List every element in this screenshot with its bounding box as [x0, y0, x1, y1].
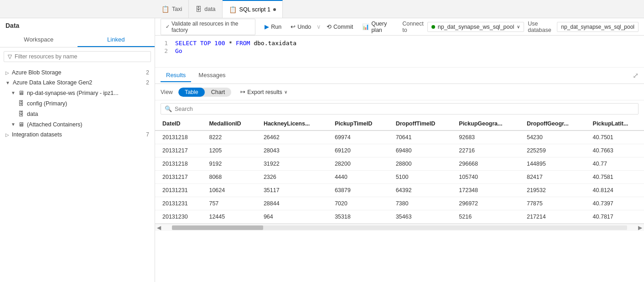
undo-icon: ↩: [291, 23, 296, 30]
search-input[interactable]: [175, 106, 634, 112]
tree-arrow-np: ▼: [11, 90, 16, 95]
view-table-btn[interactable]: Table: [178, 88, 205, 97]
table-cell: 69974: [327, 131, 389, 144]
filter-input[interactable]: [15, 53, 147, 60]
tree-count-dl: 2: [146, 79, 149, 86]
results-toolbar: View Table Chart ↦ Export results ∨: [155, 84, 644, 100]
undo-button[interactable]: ↩ Undo: [287, 22, 315, 31]
results-tab-messages[interactable]: Messages: [193, 69, 231, 82]
tree-label-attached: (Attached Containers): [27, 121, 149, 128]
table-cell: 20131218: [155, 131, 202, 144]
tree-item-azure-blob[interactable]: ▷ Azure Blob Storage 2: [0, 68, 155, 78]
tree-item-np-dat[interactable]: ▼ 🖥 np-dat-synapse-ws (Primary - ipz1...: [0, 88, 155, 98]
scroll-track[interactable]: [172, 225, 627, 230]
col-hackney: HackneyLicens...: [256, 117, 327, 131]
pool-name: np_dat_synapse_ws_sql_pool: [438, 24, 514, 30]
tab-taxi-label: Taxi: [172, 6, 182, 12]
db-icon-config: 🗄: [18, 100, 24, 107]
export-button[interactable]: ↦ Export results ∨: [237, 88, 291, 96]
horizontal-scrollbar[interactable]: ◀ ▶: [155, 224, 644, 231]
table-cell: 757: [202, 197, 256, 210]
table-cell: 22716: [452, 144, 519, 157]
sidebar-tab-linked[interactable]: Linked: [78, 33, 155, 47]
sql-content-2: Go: [175, 47, 182, 54]
line-num-1: 1: [161, 40, 168, 47]
table-cell: 35117: [256, 184, 327, 197]
use-db-label: Use database: [528, 21, 553, 33]
dropdown-chevron: ∨: [517, 24, 520, 29]
results-tab-bar: Results Messages ⤢: [155, 68, 644, 84]
export-label: Export results: [247, 89, 282, 95]
table-cell: 8068: [202, 171, 256, 184]
table-cell: 40.7663: [586, 144, 644, 157]
table-cell: 225259: [519, 144, 586, 157]
expand-icon[interactable]: ⤢: [633, 71, 639, 80]
table-cell: 28800: [389, 157, 452, 171]
sidebar-tree: ▷ Azure Blob Storage 2 ▼ Azure Data Lake…: [0, 66, 155, 282]
data-tab-icon: 🗄: [195, 5, 202, 13]
tab-data-label: data: [204, 6, 215, 12]
query-plan-button[interactable]: 📊 Query plan: [358, 19, 400, 35]
sidebar-tab-workspace[interactable]: Workspace: [0, 33, 78, 47]
table-body: 201312188222264626997470641926835423040.…: [155, 131, 644, 224]
view-toggle: Table Chart: [178, 88, 231, 97]
table-row: 20131230124459643531835463521621721440.7…: [155, 210, 644, 224]
col-dropofftimeid: DropoffTimeID: [389, 117, 452, 131]
table-cell: 20131230: [155, 210, 202, 224]
server-icon: 🖥: [18, 89, 24, 96]
commit-icon: ⟲: [327, 23, 332, 30]
table-cell: 7020: [327, 197, 389, 210]
sidebar-tabs: Workspace Linked: [0, 33, 155, 47]
table-cell: 35463: [389, 210, 452, 224]
tree-item-data[interactable]: 🗄 data: [0, 109, 155, 119]
results-table: DateID MedallionID HackneyLicens... Pick…: [155, 117, 644, 224]
table-cell: 40.7397: [586, 197, 644, 210]
tree-item-attached[interactable]: ▼ 🖥 (Attached Containers): [0, 119, 155, 130]
pool-status-dot: [431, 25, 435, 29]
tab-taxi[interactable]: 📋 Taxi: [155, 0, 189, 18]
sidebar: Data Workspace Linked ▽ ▷ Azure Blob Sto…: [0, 18, 155, 282]
table-cell: 8222: [202, 131, 256, 144]
results-tab-results[interactable]: Results: [161, 69, 191, 82]
sql-editor[interactable]: 1 SELECT TOP 100 * FROM dbo.taxidata 2 G…: [155, 36, 644, 68]
run-label: Run: [271, 24, 281, 30]
table-cell: 296668: [452, 157, 519, 171]
results-area: Results Messages ⤢ View Table Chart: [155, 68, 644, 282]
table-cell: 40.77: [586, 157, 644, 171]
scroll-right-btn[interactable]: ▶: [636, 225, 644, 231]
commit-button[interactable]: ⟲ Commit: [323, 22, 357, 31]
table-cell: 70641: [389, 131, 452, 144]
view-label: View: [161, 89, 173, 95]
table-cell: 2326: [256, 171, 327, 184]
sidebar-filter-box[interactable]: ▽: [4, 51, 151, 62]
table-cell: 9192: [202, 157, 256, 171]
scroll-thumb[interactable]: [172, 225, 263, 230]
table-row: 201312188222264626997470641926835423040.…: [155, 131, 644, 144]
tree-item-config[interactable]: 🗄 config (Primary): [0, 98, 155, 109]
table-cell: 219532: [519, 184, 586, 197]
tree-label-azure-blob: Azure Blob Storage: [12, 69, 143, 76]
export-chevron: ∨: [284, 89, 287, 94]
validate-icon: ✓: [166, 24, 170, 30]
table-cell: 1205: [202, 144, 256, 157]
table-cell: 20131218: [155, 157, 202, 171]
sql-tab-icon: 📋: [229, 6, 237, 13]
tab-sql-script[interactable]: 📋 SQL script 1: [223, 0, 283, 18]
col-pickuplat: PickupLatit...: [586, 117, 644, 131]
filter-icon: ▽: [8, 53, 12, 60]
tree-item-integration[interactable]: ▷ Integration datasets 7: [0, 130, 155, 140]
tree-label-config: config (Primary): [27, 100, 149, 107]
view-chart-btn[interactable]: Chart: [205, 88, 232, 97]
validate-button[interactable]: ✓ Validate all resources in the factory: [161, 19, 255, 35]
pool-dropdown[interactable]: np_dat_synapse_ws_sql_pool ∨: [427, 22, 525, 32]
run-button[interactable]: ▶ Run: [261, 22, 285, 31]
search-bar[interactable]: 🔍: [161, 103, 639, 115]
top-tabs-bar: 📋 Taxi 🗄 data 📋 SQL script 1: [0, 0, 644, 18]
scroll-left-btn[interactable]: ◀: [155, 225, 163, 231]
tab-data[interactable]: 🗄 data: [189, 0, 222, 18]
table-cell: 144895: [519, 157, 586, 171]
table-cell: 172348: [452, 184, 519, 197]
tree-arrow-integration: ▷: [5, 132, 9, 137]
unsaved-dot: [273, 8, 276, 11]
tree-item-azure-dl[interactable]: ▼ Azure Data Lake Storage Gen2 2: [0, 78, 155, 88]
